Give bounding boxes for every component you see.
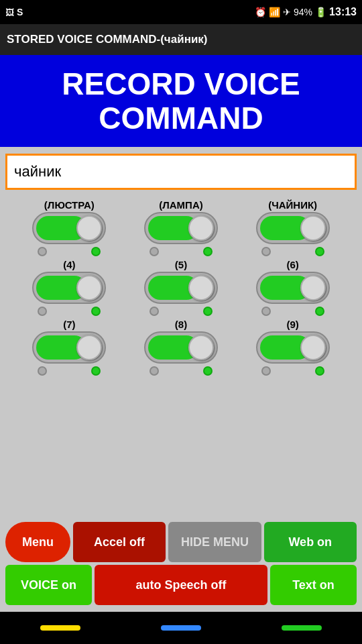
toggle-switches-row2 xyxy=(0,272,362,316)
toggle-row-1: (ЛЮСТРА) (ЛАМПА) (ЧАЙНИК) xyxy=(0,199,362,256)
indicator-1-left xyxy=(38,247,47,256)
toggle-7[interactable] xyxy=(32,331,106,364)
toggle-6-indicators xyxy=(256,307,330,316)
toggle-5-thumb xyxy=(188,275,214,301)
indicator-9-right xyxy=(315,366,324,376)
clock: 13:13 xyxy=(329,6,357,18)
indicator-8-left xyxy=(149,366,159,376)
toggle-1-container xyxy=(22,212,116,256)
label-5: (5) xyxy=(134,259,228,270)
status-right-info: ⏰ 📶 ✈ 94% 🔋 13:13 xyxy=(255,6,357,18)
status-left-icons: 🖼 S xyxy=(5,7,23,17)
indicator-4-right xyxy=(91,307,101,316)
label-7: (7) xyxy=(22,319,116,330)
button-row-2: VOICE on auto Speech off Text on xyxy=(3,565,359,605)
header-blue: RECORD VOICE COMMAND xyxy=(0,55,362,147)
bottom-indicator-blue xyxy=(161,625,201,631)
toggles-area: (ЛЮСТРА) (ЛАМПА) (ЧАЙНИК) xyxy=(0,197,362,376)
toggle-5-indicators xyxy=(144,307,218,316)
voice-command-input[interactable] xyxy=(5,154,357,190)
toggle-3-container xyxy=(246,212,340,256)
indicator-7-right xyxy=(91,366,101,376)
toggle-6-container xyxy=(246,272,340,316)
title-bar: STORED VOICE COMMAND-(чайник) xyxy=(0,24,362,55)
toggle-3-thumb xyxy=(300,215,326,241)
indicator-7-left xyxy=(38,366,47,376)
toggle-6[interactable] xyxy=(256,272,330,304)
indicator-6-right xyxy=(315,307,324,316)
text-on-button[interactable]: Text on xyxy=(270,565,357,605)
toggle-8-thumb xyxy=(188,335,214,360)
toggle-3[interactable] xyxy=(256,212,330,244)
s-icon: S xyxy=(17,7,23,17)
toggle-4-indicators xyxy=(32,307,106,316)
label-6: (6) xyxy=(246,259,340,270)
toggle-switches-row3 xyxy=(0,331,362,376)
indicator-3-left xyxy=(261,247,271,256)
airplane-icon: ✈ xyxy=(283,7,291,17)
bottom-indicator-green xyxy=(282,625,322,631)
toggle-5-container xyxy=(134,272,228,316)
indicator-8-right xyxy=(203,366,213,376)
indicator-5-right xyxy=(203,307,213,316)
toggle-1[interactable] xyxy=(32,212,106,244)
toggle-8[interactable] xyxy=(144,331,218,364)
toggle-9[interactable] xyxy=(256,331,330,364)
toggle-7-indicators xyxy=(32,366,106,376)
menu-button[interactable]: Menu xyxy=(5,522,70,562)
toggle-4[interactable] xyxy=(32,272,106,304)
toggle-9-thumb xyxy=(300,335,326,360)
button-row-1: Menu Accel off HIDE MENU Web on xyxy=(3,522,359,562)
label-chaynik: (ЧАЙНИК) xyxy=(246,199,340,211)
toggle-labels-row3: (7) (8) (9) xyxy=(0,319,362,330)
auto-speech-off-button[interactable]: auto Speech off xyxy=(95,565,267,605)
toggle-switches-row1 xyxy=(0,212,362,256)
toggle-row-2: (4) (5) (6) xyxy=(0,259,362,316)
toggle-row-3: (7) (8) (9) xyxy=(0,319,362,376)
bottom-bar xyxy=(0,612,362,644)
alarm-icon: ⏰ xyxy=(255,7,266,17)
hide-menu-button[interactable]: HIDE MENU xyxy=(168,522,261,562)
toggle-2-container xyxy=(134,212,228,256)
toggle-8-container xyxy=(134,331,228,376)
web-on-button[interactable]: Web on xyxy=(264,522,357,562)
toggle-4-container xyxy=(22,272,116,316)
indicator-2-right xyxy=(203,247,213,256)
toggle-1-indicators xyxy=(32,247,106,256)
toggle-3-indicators xyxy=(256,247,330,256)
toggle-2[interactable] xyxy=(144,212,218,244)
toggle-2-indicators xyxy=(144,247,218,256)
voice-on-button[interactable]: VOICE on xyxy=(5,565,92,605)
indicator-2-left xyxy=(149,247,159,256)
toggle-7-container xyxy=(22,331,116,376)
indicator-4-left xyxy=(38,307,47,316)
indicator-9-left xyxy=(261,366,271,376)
battery-percent: 94% xyxy=(294,7,312,17)
wifi-icon: 📶 xyxy=(269,7,280,17)
toggle-6-thumb xyxy=(300,275,326,301)
app-title: STORED VOICE COMMAND-(чайник) xyxy=(7,33,208,46)
toggle-9-container xyxy=(246,331,340,376)
label-4: (4) xyxy=(22,259,116,270)
label-lampa: (ЛАМПА) xyxy=(134,199,228,211)
record-voice-command-heading: RECORD VOICE COMMAND xyxy=(62,67,300,135)
toggle-labels-row1: (ЛЮСТРА) (ЛАМПА) (ЧАЙНИК) xyxy=(0,199,362,211)
indicator-5-left xyxy=(149,307,159,316)
image-icon: 🖼 xyxy=(5,7,14,17)
label-lyustra: (ЛЮСТРА) xyxy=(22,199,116,211)
toggle-8-indicators xyxy=(144,366,218,376)
accel-off-button[interactable]: Accel off xyxy=(73,522,166,562)
label-9: (9) xyxy=(246,319,340,330)
battery-icon: 🔋 xyxy=(315,7,326,17)
toggle-7-thumb xyxy=(76,335,102,360)
toggle-1-thumb xyxy=(76,215,102,241)
indicator-1-right xyxy=(91,247,101,256)
status-bar: 🖼 S ⏰ 📶 ✈ 94% 🔋 13:13 xyxy=(0,0,362,24)
label-8: (8) xyxy=(134,319,228,330)
toggle-9-indicators xyxy=(256,366,330,376)
bottom-indicator-yellow xyxy=(40,625,80,631)
toggle-4-thumb xyxy=(76,275,102,301)
indicator-6-left xyxy=(261,307,271,316)
indicator-3-right xyxy=(315,247,324,256)
toggle-5[interactable] xyxy=(144,272,218,304)
